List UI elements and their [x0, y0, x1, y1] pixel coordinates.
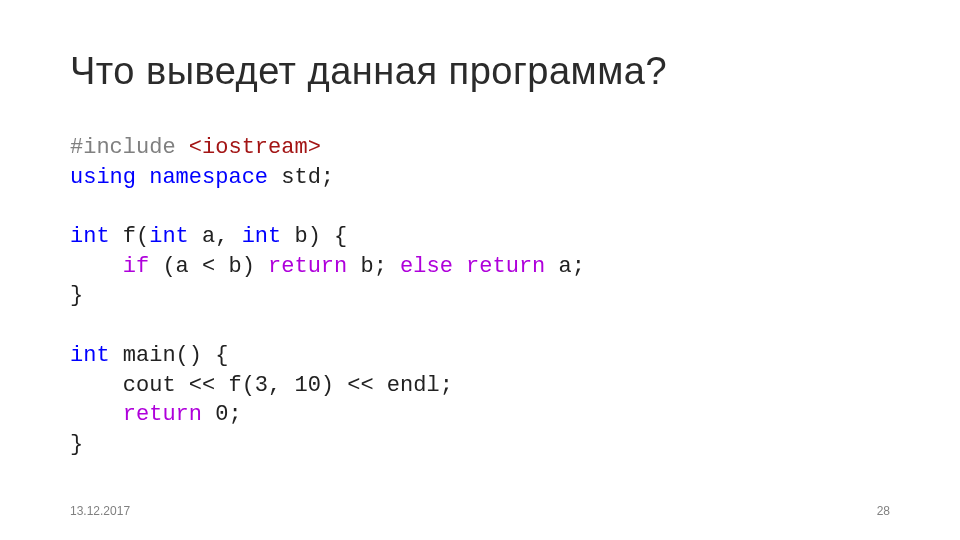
- code-token: #include: [70, 135, 176, 160]
- code-token: }: [70, 432, 83, 457]
- code-token: a,: [189, 224, 242, 249]
- code-block: #include <iostream> using namespace std;…: [70, 133, 890, 460]
- code-token: int: [149, 224, 189, 249]
- code-token: b) {: [281, 224, 347, 249]
- code-token: [136, 165, 149, 190]
- code-token: if: [123, 254, 149, 279]
- code-token: <iostream>: [176, 135, 321, 160]
- footer-date: 13.12.2017: [70, 504, 130, 518]
- code-token: return: [466, 254, 545, 279]
- code-token: else: [400, 254, 453, 279]
- code-token: namespace: [149, 165, 268, 190]
- code-token: using: [70, 165, 136, 190]
- slide-footer: 13.12.2017 28: [70, 504, 890, 518]
- code-token: [70, 402, 123, 427]
- footer-page-number: 28: [877, 504, 890, 518]
- code-token: }: [70, 283, 83, 308]
- code-token: b;: [347, 254, 400, 279]
- code-token: f(: [110, 224, 150, 249]
- code-token: main() {: [110, 343, 229, 368]
- code-token: std;: [268, 165, 334, 190]
- code-token: 0;: [202, 402, 242, 427]
- code-token: return: [123, 402, 202, 427]
- code-token: int: [70, 224, 110, 249]
- code-token: [453, 254, 466, 279]
- code-token: cout << f(3, 10) << endl;: [70, 373, 453, 398]
- code-token: [70, 254, 123, 279]
- code-token: int: [242, 224, 282, 249]
- code-token: int: [70, 343, 110, 368]
- code-token: (a < b): [149, 254, 268, 279]
- code-token: return: [268, 254, 347, 279]
- code-token: a;: [545, 254, 585, 279]
- slide-title: Что выведет данная программа?: [70, 50, 890, 93]
